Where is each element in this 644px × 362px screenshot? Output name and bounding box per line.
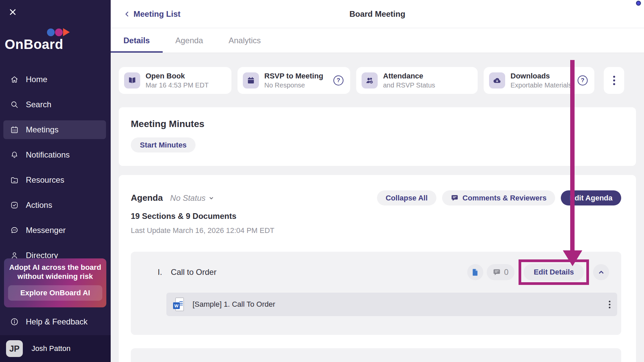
comment-icon bbox=[493, 268, 501, 276]
collapse-section-button[interactable] bbox=[593, 264, 609, 280]
page-title: Board Meeting bbox=[111, 0, 644, 28]
sidebar: OnBoard Home Search Meetings Notificatio… bbox=[0, 0, 111, 362]
agenda-item-call-to-order: I. Call to Order 0 Edit Details bbox=[131, 252, 621, 335]
annotation-arrow-head bbox=[563, 250, 582, 266]
help-feedback-label: Help & Feedback bbox=[26, 317, 88, 326]
sidebar-item-messenger[interactable]: Messenger bbox=[3, 221, 106, 240]
card-title: Open Book bbox=[146, 72, 209, 80]
search-icon bbox=[10, 100, 19, 109]
promo-text-line1: Adopt AI across the board bbox=[4, 263, 106, 272]
agenda-status-dropdown[interactable]: No Status bbox=[170, 193, 215, 203]
close-sidebar-icon[interactable] bbox=[9, 8, 17, 16]
agenda-item-next-peek bbox=[131, 348, 621, 362]
calendar-filled-icon bbox=[243, 72, 259, 88]
agenda-item-numeral: I. bbox=[158, 267, 162, 277]
agenda-item-header: I. Call to Order 0 Edit Details bbox=[131, 252, 621, 293]
open-book-icon bbox=[124, 72, 140, 88]
comments-reviewers-label: Comments & Reviewers bbox=[463, 194, 547, 202]
topbar: Meeting List Board Meeting bbox=[111, 0, 644, 28]
tab-agenda[interactable]: Agenda bbox=[163, 28, 216, 53]
sidebar-item-resources[interactable]: Resources bbox=[3, 171, 106, 189]
agenda-summary: 19 Sections & 9 Documents bbox=[131, 212, 621, 221]
user-profile[interactable]: JP Josh Patton bbox=[0, 335, 111, 362]
agenda-item-title: Call to Order bbox=[171, 267, 216, 277]
sidebar-item-home[interactable]: Home bbox=[3, 70, 106, 89]
content: Open Book Mar 16 4:53 PM EDT RSVP to Mee… bbox=[111, 53, 644, 362]
sidebar-nav: Home Search Meetings Notifications Resou… bbox=[3, 70, 106, 271]
tab-bar: Details Agenda Analytics bbox=[111, 28, 644, 53]
attendance-people-icon bbox=[362, 72, 378, 88]
downloads-help-icon[interactable]: ? bbox=[578, 75, 588, 85]
card-subtitle: No Response bbox=[264, 81, 323, 89]
downloads-card[interactable]: Downloads Exportable Materials ? bbox=[484, 67, 594, 94]
word-document-icon: W bbox=[173, 298, 184, 311]
calendar-icon bbox=[10, 125, 19, 134]
agenda-document-row[interactable]: W [Sample] 1. Call To Order bbox=[166, 293, 617, 316]
document-kebab-icon[interactable] bbox=[609, 301, 610, 308]
cloud-download-icon bbox=[489, 72, 505, 88]
meeting-minutes-title: Meeting Minutes bbox=[131, 119, 624, 129]
meeting-action-cards: Open Book Mar 16 4:53 PM EDT RSVP to Mee… bbox=[119, 67, 636, 94]
onboard-app: OnBoard Home Search Meetings Notificatio… bbox=[0, 0, 644, 362]
onboard-logo: OnBoard bbox=[5, 28, 70, 52]
chat-bubble-icon bbox=[10, 226, 19, 235]
sidebar-item-label: Search bbox=[26, 100, 51, 109]
chevron-up-icon bbox=[597, 268, 605, 277]
brand-name: OnBoard bbox=[5, 37, 70, 52]
sidebar-item-label: Home bbox=[26, 75, 47, 84]
comment-icon bbox=[451, 194, 459, 202]
attendance-card[interactable]: Attendance and RSVP Status bbox=[356, 67, 478, 94]
blue-file-icon bbox=[471, 268, 479, 277]
open-book-card[interactable]: Open Book Mar 16 4:53 PM EDT bbox=[119, 67, 231, 94]
card-subtitle: and RSVP Status bbox=[383, 81, 435, 89]
corner-dot bbox=[636, 1, 641, 6]
start-minutes-button[interactable]: Start Minutes bbox=[131, 137, 196, 153]
promo-text-line2: without widening risk bbox=[4, 272, 106, 281]
agenda-last-update: Last Update March 16, 2026 12:04 PM EDT bbox=[131, 226, 621, 235]
rsvp-help-icon[interactable]: ? bbox=[333, 75, 343, 85]
rsvp-card[interactable]: RSVP to Meeting No Response ? bbox=[237, 67, 350, 94]
folder-icon bbox=[10, 176, 19, 184]
tab-details[interactable]: Details bbox=[111, 28, 163, 53]
sidebar-item-label: Notifications bbox=[26, 150, 70, 160]
sidebar-item-meetings[interactable]: Meetings bbox=[3, 120, 106, 139]
card-title: Downloads bbox=[511, 72, 572, 80]
more-options-card[interactable] bbox=[604, 67, 624, 94]
sidebar-item-label: Meetings bbox=[26, 125, 58, 134]
agenda-status-label: No Status bbox=[170, 193, 205, 203]
sidebar-item-actions[interactable]: Actions bbox=[3, 196, 106, 215]
edit-details-button[interactable]: Edit Details bbox=[524, 264, 584, 281]
onboard-ai-promo: Adopt AI across the board without wideni… bbox=[4, 258, 106, 307]
sidebar-item-help-feedback[interactable]: Help & Feedback bbox=[3, 312, 106, 331]
section-document-button[interactable] bbox=[467, 264, 483, 280]
logo-orange-triangle bbox=[63, 28, 70, 36]
agenda-section: Agenda No Status Collapse All Comments &… bbox=[119, 175, 636, 362]
check-square-icon bbox=[10, 201, 19, 209]
main-area: Meeting List Board Meeting Details Agend… bbox=[111, 0, 644, 362]
card-subtitle: Exportable Materials bbox=[511, 81, 572, 89]
user-name: Josh Patton bbox=[32, 344, 70, 353]
collapse-all-button[interactable]: Collapse All bbox=[377, 190, 436, 205]
kebab-menu-icon bbox=[613, 76, 615, 85]
sidebar-item-search[interactable]: Search bbox=[3, 95, 106, 114]
comments-reviewers-button[interactable]: Comments & Reviewers bbox=[442, 190, 555, 205]
chevron-down-icon bbox=[208, 194, 215, 202]
agenda-title: Agenda bbox=[131, 193, 163, 203]
sidebar-item-notifications[interactable]: Notifications bbox=[3, 145, 106, 164]
explore-onboard-ai-button[interactable]: Explore OnBoard AI bbox=[8, 285, 102, 301]
home-icon bbox=[10, 75, 19, 84]
sidebar-item-label: Resources bbox=[26, 175, 64, 185]
logo-blue-circle bbox=[47, 28, 55, 36]
tab-analytics[interactable]: Analytics bbox=[216, 28, 273, 53]
info-icon bbox=[10, 317, 19, 326]
sidebar-item-label: Actions bbox=[26, 200, 52, 210]
card-subtitle: Mar 16 4:53 PM EDT bbox=[146, 81, 209, 89]
meeting-minutes-section: Meeting Minutes Start Minutes bbox=[119, 107, 636, 166]
sidebar-item-label: Messenger bbox=[26, 226, 66, 235]
card-title: Attendance bbox=[383, 72, 435, 80]
avatar: JP bbox=[6, 340, 23, 357]
comment-count: 0 bbox=[504, 267, 508, 277]
logo-magenta-circle bbox=[55, 28, 63, 36]
section-comments-button[interactable]: 0 bbox=[487, 264, 515, 280]
bell-icon bbox=[10, 150, 19, 159]
